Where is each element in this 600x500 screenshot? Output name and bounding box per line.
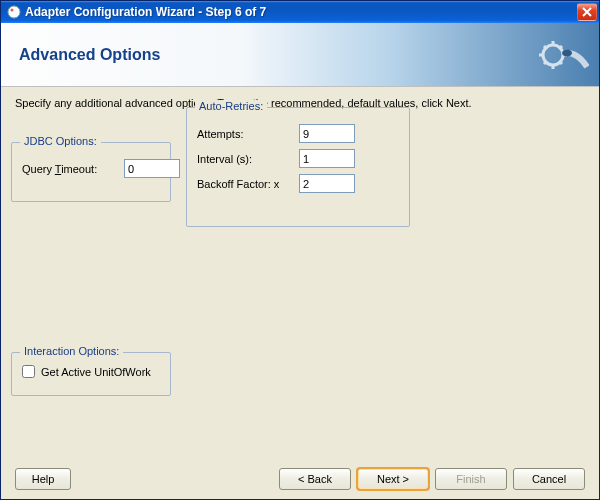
auto-retries-group: Auto-Retries: Attempts: Interval (s): Ba… — [186, 107, 410, 227]
gear-icon — [533, 31, 589, 81]
interaction-options-group: Interaction Options: Get Active UnitOfWo… — [11, 352, 171, 396]
backoff-input[interactable] — [299, 174, 355, 193]
finish-button[interactable]: Finish — [435, 468, 507, 490]
next-button[interactable]: Next > — [357, 468, 429, 490]
attempts-input[interactable] — [299, 124, 355, 143]
back-button[interactable]: < Back — [279, 468, 351, 490]
close-button[interactable] — [577, 3, 597, 21]
query-timeout-input[interactable] — [124, 159, 180, 178]
wizard-header: Advanced Options — [1, 23, 599, 87]
interaction-legend: Interaction Options: — [20, 345, 123, 357]
window-title: Adapter Configuration Wizard - Step 6 of… — [25, 5, 577, 19]
wizard-window: Adapter Configuration Wizard - Step 6 of… — [0, 0, 600, 500]
jdbc-options-group: JDBC Options: Query Timeout: — [11, 142, 171, 202]
page-title: Advanced Options — [19, 46, 160, 64]
get-active-uow-label: Get Active UnitOfWork — [41, 366, 151, 378]
interval-input[interactable] — [299, 149, 355, 168]
jdbc-legend: JDBC Options: — [20, 135, 101, 147]
help-button[interactable]: Help — [15, 468, 71, 490]
button-bar: Help < Back Next > Finish Cancel — [1, 459, 599, 499]
auto-retries-legend: Auto-Retries: — [195, 100, 267, 112]
interval-label: Interval (s): — [197, 153, 299, 165]
app-icon — [7, 5, 21, 19]
get-active-uow-checkbox[interactable] — [22, 365, 35, 378]
attempts-label: Attempts: — [197, 128, 299, 140]
query-timeout-label: Query Timeout: — [22, 163, 124, 175]
svg-point-1 — [11, 9, 14, 12]
backoff-label: Backoff Factor: x — [197, 178, 299, 190]
svg-point-0 — [8, 6, 20, 18]
title-bar: Adapter Configuration Wizard - Step 6 of… — [1, 1, 599, 23]
svg-point-3 — [562, 50, 572, 57]
cancel-button[interactable]: Cancel — [513, 468, 585, 490]
content-area: Specify any additional advanced options.… — [1, 87, 599, 459]
